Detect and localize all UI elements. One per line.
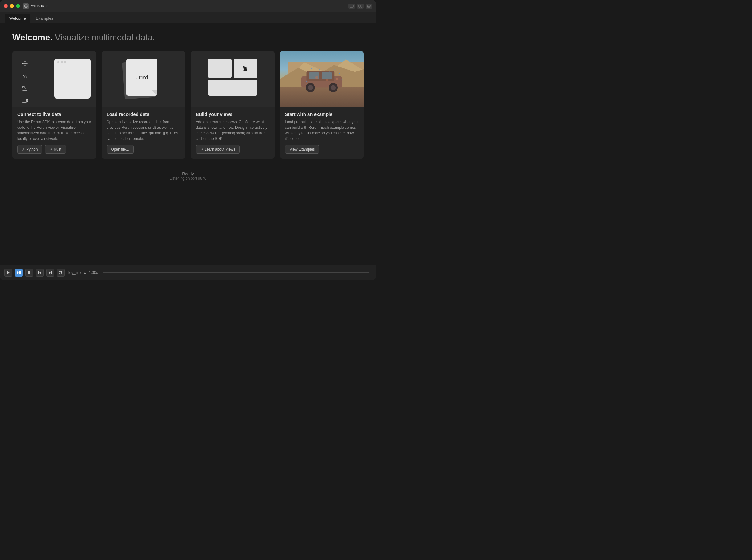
titlebar-controls <box>348 4 372 8</box>
svg-point-16 <box>308 85 313 90</box>
titlebar-btn-3[interactable] <box>366 4 372 8</box>
svg-rect-7 <box>22 99 26 102</box>
svg-point-29 <box>342 79 343 80</box>
card-recorded-data-title: Load recorded data <box>107 112 180 117</box>
card-live-data-desc: Use the Rerun SDK to stream data from yo… <box>17 119 91 141</box>
open-file-button[interactable]: Open file... <box>107 145 134 154</box>
card1-icons <box>22 60 28 104</box>
rust-button[interactable]: ↗ Rust <box>45 145 66 154</box>
move-icon <box>22 60 28 67</box>
back-button[interactable] <box>36 268 44 277</box>
svg-marker-31 <box>17 271 19 274</box>
card-build-views-title: Build your views <box>196 112 270 117</box>
minimize-button[interactable] <box>10 4 14 8</box>
tabbar: Welcome Examples <box>0 12 376 23</box>
svg-point-23 <box>339 73 340 74</box>
view-panel-tl <box>208 59 232 78</box>
speed-label: 1.00x <box>89 271 98 275</box>
waveform-icon <box>22 73 28 79</box>
close-button[interactable] <box>4 4 8 8</box>
svg-rect-32 <box>19 271 20 274</box>
svg-point-22 <box>304 75 305 76</box>
view-examples-label: View Examples <box>290 147 315 152</box>
python-button[interactable]: ↗ Python <box>17 145 42 154</box>
svg-rect-37 <box>38 271 39 274</box>
svg-marker-38 <box>49 271 51 274</box>
loop-button[interactable] <box>57 268 65 277</box>
maximize-button[interactable] <box>16 4 20 8</box>
rrd-label: .rrd <box>135 74 149 81</box>
main-content: Welcome. Visualize multimodal data. <box>0 23 376 265</box>
card-recorded-data: .rrd Load recorded data Open and visuali… <box>102 51 186 159</box>
camera-icon <box>22 97 28 104</box>
svg-marker-30 <box>7 271 9 274</box>
view-examples-button[interactable]: View Examples <box>285 145 320 154</box>
svg-point-1 <box>25 5 26 7</box>
svg-rect-6 <box>367 6 370 7</box>
cursor-svg <box>242 65 249 72</box>
learn-views-button[interactable]: ↗ Learn about Views <box>196 145 240 154</box>
skip-forward-button[interactable] <box>15 268 23 277</box>
svg-point-20 <box>326 79 328 81</box>
card-live-data-title: Connect to live data <box>17 112 91 117</box>
timeline-arrow: ▲ <box>83 271 86 274</box>
svg-rect-34 <box>28 271 29 274</box>
connector-line <box>36 79 42 79</box>
open-file-label: Open file... <box>111 147 129 152</box>
card-live-data-body: Connect to live data Use the Rerun SDK t… <box>12 106 96 159</box>
card-live-data: Connect to live data Use the Rerun SDK t… <box>12 51 96 159</box>
page-title: Welcome. Visualize multimodal data. <box>12 33 364 42</box>
status-bar: Ready Listening on port 9876 <box>12 168 364 184</box>
views-layout: ▲ <box>208 59 257 99</box>
python-icon: ↗ <box>22 147 25 152</box>
card-example-image <box>280 51 364 106</box>
rrd-fold <box>151 89 157 96</box>
svg-point-27 <box>334 69 335 70</box>
playback-bar: log_time ▲ 1.00x <box>0 265 376 280</box>
card-example-title: Start with an example <box>285 112 359 117</box>
card-recorded-data-desc: Open and visualize recorded data from pr… <box>107 119 180 141</box>
titlebar-btn-2[interactable] <box>357 4 364 8</box>
svg-rect-35 <box>29 271 30 274</box>
app-title: rerun.io <box>31 4 44 8</box>
timeline-name: log_time <box>69 271 82 275</box>
traffic-lights <box>4 4 20 8</box>
pause-button[interactable] <box>25 268 33 277</box>
play-button[interactable] <box>4 268 12 277</box>
rust-icon: ↗ <box>49 147 52 152</box>
svg-point-24 <box>319 69 320 70</box>
forward-button[interactable] <box>46 268 54 277</box>
page-title-light: Visualize multimodal data. <box>52 33 155 42</box>
svg-point-19 <box>315 76 319 79</box>
tab-welcome[interactable]: Welcome <box>5 14 30 23</box>
python-label: Python <box>26 147 38 152</box>
svg-rect-4 <box>361 5 362 7</box>
learn-views-label: Learn about Views <box>205 147 235 152</box>
titlebar-btn-1[interactable] <box>348 4 355 8</box>
example-scene <box>280 51 364 106</box>
tab-examples[interactable]: Examples <box>32 14 58 23</box>
timeline-label: log_time ▲ <box>69 271 86 275</box>
svg-point-25 <box>329 71 330 72</box>
rust-label: Rust <box>54 147 61 152</box>
svg-rect-3 <box>359 5 360 7</box>
card-example: Start with an example Load pre-built exa… <box>280 51 364 159</box>
status-port: Listening on port 9876 <box>16 176 360 180</box>
svg-point-18 <box>331 85 336 90</box>
svg-point-28 <box>306 81 307 82</box>
timeline-slider[interactable] <box>103 272 369 273</box>
titlebar: rerun.io ▾ <box>0 0 376 12</box>
card-example-desc: Load pre-built examples to explore what … <box>285 119 359 141</box>
card-build-views-image: ▲ <box>191 51 275 106</box>
learn-views-icon: ↗ <box>200 147 203 152</box>
card-build-views-body: Build your views Add and rearrange views… <box>191 106 275 159</box>
svg-rect-2 <box>350 5 353 7</box>
car-svg <box>292 62 351 93</box>
cards-grid: Connect to live data Use the Rerun SDK t… <box>12 51 364 159</box>
card-build-views-actions: ↗ Learn about Views <box>196 145 270 154</box>
card-example-body: Start with an example Load pre-built exa… <box>280 106 364 159</box>
card-example-actions: View Examples <box>285 145 359 154</box>
card-recorded-data-image: .rrd <box>102 51 186 106</box>
app-icon <box>23 3 29 9</box>
card-live-data-image <box>12 51 96 106</box>
